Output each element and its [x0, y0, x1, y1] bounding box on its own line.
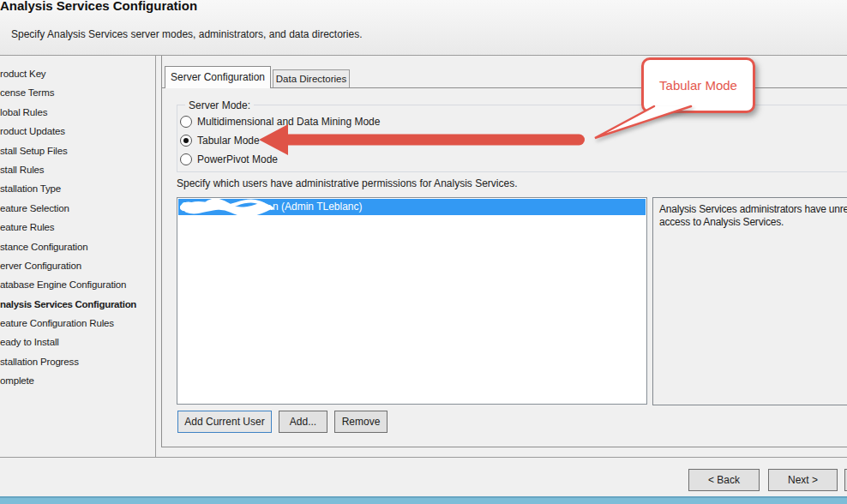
- callout-label: Tabular Mode: [659, 78, 737, 93]
- radio-unselected-icon[interactable]: [180, 153, 192, 165]
- radio-option[interactable]: Tabular Mode: [180, 134, 380, 147]
- sidebar-item: omplete: [0, 375, 155, 387]
- list-item-user[interactable]: CP n (Admin TLeblanc): [178, 199, 646, 215]
- remove-button[interactable]: Remove: [334, 411, 387, 433]
- administrators-list[interactable]: CP n (Admin TLeblanc): [177, 197, 647, 405]
- server-mode-options: Multidimensional and Data Mining ModeTab…: [180, 115, 380, 165]
- sidebar-item: eady to Install: [0, 336, 155, 349]
- sidebar-item: eature Configuration Rules: [0, 317, 155, 330]
- add-button[interactable]: Add...: [279, 411, 327, 433]
- sidebar-item: roduct Key: [0, 68, 155, 81]
- note-line: Analysis Services administrators have un…: [659, 203, 847, 216]
- administrators-instruction: Specify which users have administrative …: [177, 177, 518, 189]
- radio-selected-icon[interactable]: [180, 135, 192, 147]
- radio-option[interactable]: PowerPivot Mode: [180, 153, 380, 165]
- server-mode-legend: Server Mode:: [185, 99, 254, 111]
- sidebar-item: stance Configuration: [0, 241, 155, 254]
- sidebar-item: stallation Progress: [0, 356, 155, 369]
- window-bottom-strip: [0, 496, 847, 504]
- sidebar-item: roduct Updates: [0, 125, 155, 138]
- tabular-mode-callout: Tabular Mode: [641, 57, 755, 113]
- page-title: Analysis Services Configuration: [0, 0, 197, 13]
- administrators-note-panel: Analysis Services administrators have un…: [652, 197, 847, 405]
- sidebar-item: stall Rules: [0, 164, 155, 177]
- page-subtitle: Specify Analysis Services server modes, …: [11, 28, 363, 40]
- tab-server-configuration[interactable]: Server Configuration: [165, 66, 271, 88]
- radio-option[interactable]: Multidimensional and Data Mining Mode: [180, 115, 380, 128]
- tab-data-directories[interactable]: Data Directories: [273, 69, 350, 87]
- sidebar-item: stall Setup Files: [0, 145, 155, 158]
- sidebar-item: eature Selection: [0, 202, 155, 215]
- next-button[interactable]: Next >: [768, 469, 838, 491]
- user-name-suffix: n (Admin TLeblanc): [273, 199, 363, 215]
- sidebar-item: nalysis Services Configuration: [0, 298, 155, 311]
- add-current-user-button[interactable]: Add Current User: [177, 411, 272, 433]
- radio-option-label: PowerPivot Mode: [197, 153, 278, 165]
- setup-wizard-window: Analysis Services Configuration Specify …: [0, 0, 847, 504]
- sidebar-item: atabase Engine Configuration: [0, 279, 155, 291]
- sidebar-item: cense Terms: [0, 87, 155, 99]
- sidebar-item: eature Rules: [0, 221, 155, 234]
- radio-unselected-icon[interactable]: [180, 116, 192, 128]
- sidebar-item: stallation Type: [0, 183, 155, 195]
- sidebar-item: lobal Rules: [0, 106, 155, 119]
- sidebar-item: erver Configuration: [0, 260, 155, 273]
- page-header: Analysis Services Configuration Specify …: [0, 0, 847, 56]
- steps-sidebar: roduct Keycense Termslobal Rulesroduct U…: [0, 56, 156, 457]
- note-line: access to Analysis Services.: [659, 216, 847, 229]
- footer-divider: [0, 457, 847, 458]
- radio-option-label: Multidimensional and Data Mining Mode: [197, 116, 380, 128]
- redaction-scribble-icon: [180, 199, 279, 215]
- back-button[interactable]: < Back: [688, 469, 760, 491]
- radio-option-label: Tabular Mode: [197, 135, 260, 147]
